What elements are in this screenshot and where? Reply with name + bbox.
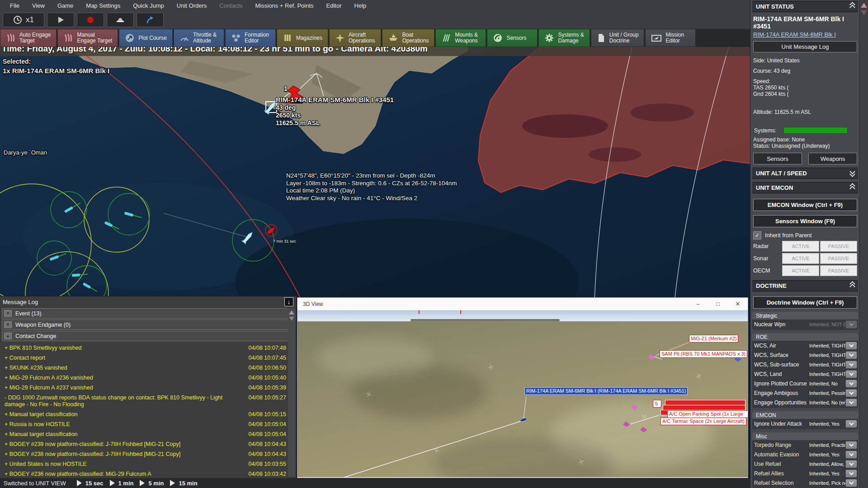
chevron-down-icon[interactable]: [845, 441, 857, 449]
log-entry[interactable]: + United States is now HOSTILE04/08 10:0…: [2, 459, 286, 469]
menu-item-help[interactable]: Help: [349, 1, 372, 10]
collapse-icon[interactable]: ▲: [4, 333, 12, 339]
facility-small-label[interactable]: S: [653, 400, 661, 408]
log-entry[interactable]: + Manual target classification04/08 10:0…: [2, 409, 286, 419]
toolbar-button-aircraft-operations[interactable]: AircraftOperations: [329, 29, 381, 47]
toolbar-button-formation-editor[interactable]: FormationEditor: [225, 29, 276, 47]
expand-icon[interactable]: ▼: [4, 321, 12, 328]
log-entry[interactable]: + BPK 810 Smetlivyy vanished04/08 10:07:…: [2, 343, 286, 352]
sidebar-scrollbar[interactable]: [859, 0, 868, 488]
maximize-icon[interactable]: □: [708, 298, 728, 310]
chevron-down-icon[interactable]: [845, 479, 857, 487]
emcon-window-button[interactable]: EMCON Window (Ctrl + F9): [753, 199, 857, 211]
active-button-oecm[interactable]: ACTIVE: [782, 265, 819, 276]
chevron-down-icon[interactable]: [845, 469, 857, 478]
time-step-15-sec[interactable]: 15 sec: [77, 480, 104, 487]
passive-button-oecm[interactable]: PASSIVE: [820, 265, 857, 276]
toolbar-button-magazines[interactable]: Magazines: [277, 29, 328, 47]
log-entry[interactable]: + SKUNK #235 vanished04/08 10:06:50: [2, 362, 286, 372]
passive-button-radar[interactable]: PASSIVE: [820, 241, 857, 252]
chevron-down-icon[interactable]: [845, 450, 857, 459]
active-button-radar[interactable]: ACTIVE: [782, 241, 819, 252]
menu-item-game[interactable]: Game: [52, 1, 79, 10]
log-entry[interactable]: + Contact report04/08 10:07:45: [2, 352, 286, 362]
message-log-scrollbar[interactable]: [288, 308, 295, 477]
checkbox-checked-icon[interactable]: ✓: [753, 231, 761, 239]
chevron-down-icon[interactable]: [845, 380, 857, 388]
chevron-down-icon[interactable]: [845, 389, 857, 397]
menu-item-view[interactable]: View: [27, 1, 50, 10]
chevron-down-icon[interactable]: [845, 460, 857, 468]
log-entry[interactable]: + MiG-29 Fulcrum A #237 vanished04/08 10…: [2, 382, 286, 392]
record-button[interactable]: [77, 13, 104, 27]
unit-emcon-header[interactable]: UNIT EMCON: [752, 182, 858, 193]
jump-to-location-button[interactable]: [137, 13, 164, 27]
menu-item-missions-ref-points[interactable]: Missions + Ref. Points: [250, 1, 319, 10]
sensors-button[interactable]: Sensors: [753, 153, 802, 164]
toolbar-button-manual-engage-target[interactable]: ManualEngage Target: [57, 29, 118, 47]
chevron-down-icon[interactable]: [845, 399, 857, 407]
chevron-down-icon[interactable]: [845, 361, 857, 369]
run-pause-button[interactable]: [47, 13, 74, 27]
log-entry[interactable]: + BOGEY #239 now platform-classified: J-…: [2, 439, 286, 449]
chevron-down-icon[interactable]: [845, 320, 857, 328]
menu-item-unit-orders[interactable]: Unit Orders: [171, 1, 212, 10]
menu-item-map-settings[interactable]: Map Settings: [80, 1, 126, 10]
toolbar-button-plot-course[interactable]: Plot Course: [119, 29, 173, 47]
toolbar-button-mission-editor[interactable]: MissionEditor: [645, 29, 696, 47]
menu-item-file[interactable]: File: [5, 1, 25, 10]
log-entry[interactable]: + BOGEY #238 now platform-classified: J-…: [2, 449, 286, 459]
toolbar-button-unit-group-doctrine[interactable]: Unit / GroupDoctrine: [591, 29, 645, 47]
minimize-icon[interactable]: –: [688, 298, 708, 310]
3d-view-titlebar[interactable]: 3D View – □ ✕: [297, 298, 748, 310]
toolbar-button-boat-operations[interactable]: BoatOperations: [382, 29, 435, 47]
scroll-down-icon[interactable]: [289, 317, 294, 321]
time-compression-button[interactable]: x1: [3, 13, 44, 27]
download-icon[interactable]: ↓: [284, 297, 293, 306]
menu-item-contacts[interactable]: Contacts: [214, 1, 248, 10]
time-step-15-min[interactable]: 15 min: [170, 480, 197, 487]
log-entry[interactable]: + Manual target classification04/08 10:0…: [2, 429, 286, 439]
time-step-1-min[interactable]: 1 min: [110, 480, 134, 487]
close-icon[interactable]: ✕: [728, 298, 748, 310]
doctrine-window-button[interactable]: Doctrine Window (Ctrl + F9): [753, 296, 857, 309]
log-group-contact-change[interactable]: ▲Contact Change: [2, 331, 293, 341]
chevron-down-icon[interactable]: [845, 351, 857, 359]
toolbar-button-systems-damage[interactable]: Systems &Damage: [538, 29, 590, 47]
log-entry[interactable]: + Russia is now HOSTILE04/08 10:05:04: [2, 419, 286, 429]
toolbar-button-auto-engage-target[interactable]: Auto EngageTarget: [0, 29, 57, 47]
active-button-sonar[interactable]: ACTIVE: [782, 253, 819, 264]
time-step-5-min[interactable]: 5 min: [140, 480, 164, 487]
contact-air-label[interactable]: MiG-21 (Merkum #2): [689, 335, 738, 343]
passive-button-sonar[interactable]: PASSIVE: [820, 253, 857, 264]
menu-item-editor[interactable]: Editor: [321, 1, 347, 10]
unit-class-link[interactable]: RIM-174A ERAM SM-6MR Blk I: [753, 31, 836, 38]
unit-message-log-button[interactable]: Unit Message Log: [753, 41, 857, 52]
own-weapon-label[interactable]: RIM-174A ERAM SM-6MR Blk I (RIM-174A ERA…: [524, 387, 688, 395]
facility-tarmac-label[interactable]: A/C Tarmac Space (2x Large Aircraft): [660, 418, 746, 425]
log-entry[interactable]: + MiG-29 Fulcrum A #236 vanished04/08 10…: [2, 372, 286, 382]
scroll-up-icon[interactable]: [861, 3, 867, 8]
contact-sam-label[interactable]: SAM Plt (RBS 70 Mk1 MANPADS x 3): [660, 350, 747, 358]
log-entry[interactable]: + BOGEY #236 now platform-classified: Mi…: [2, 469, 286, 477]
sensors-window-button[interactable]: Sensors Window (F9): [753, 215, 857, 227]
unit-status-header[interactable]: UNIT STATUS: [752, 1, 858, 12]
screenshot-button[interactable]: [107, 13, 134, 27]
3d-view-canvas[interactable]: + + + + + + S A/C Open P: [297, 310, 748, 477]
toolbar-button-mounts-weapons[interactable]: Mounts &Weapons: [435, 29, 486, 47]
log-group-event-13[interactable]: ▼Event (13): [2, 308, 293, 319]
unit-alt-speed-header[interactable]: UNIT ALT / SPEED: [752, 168, 858, 179]
chevron-down-icon[interactable]: [845, 420, 857, 428]
menu-item-quick-jump[interactable]: Quick Jump: [127, 1, 170, 10]
facility-parking-label[interactable]: A/C Open Parking Spot (1x Large: [667, 410, 748, 418]
chevron-down-icon[interactable]: [845, 342, 857, 350]
scroll-down-icon[interactable]: [861, 10, 867, 15]
doctrine-header[interactable]: DOCTRINE: [752, 280, 858, 291]
chevron-down-icon[interactable]: [845, 370, 857, 378]
log-entry[interactable]: - DDG 1000 Zumwalt reports BDA status ch…: [2, 392, 286, 409]
log-group-weapon-endgame-0[interactable]: ▼Weapon Endgame (0): [2, 319, 293, 330]
expand-icon[interactable]: ▼: [4, 310, 12, 317]
toolbar-button-throttle-altitude[interactable]: Throttle &Altitude: [174, 29, 224, 47]
weapons-button[interactable]: Weapons: [808, 153, 857, 164]
scroll-up-icon[interactable]: [289, 310, 294, 314]
